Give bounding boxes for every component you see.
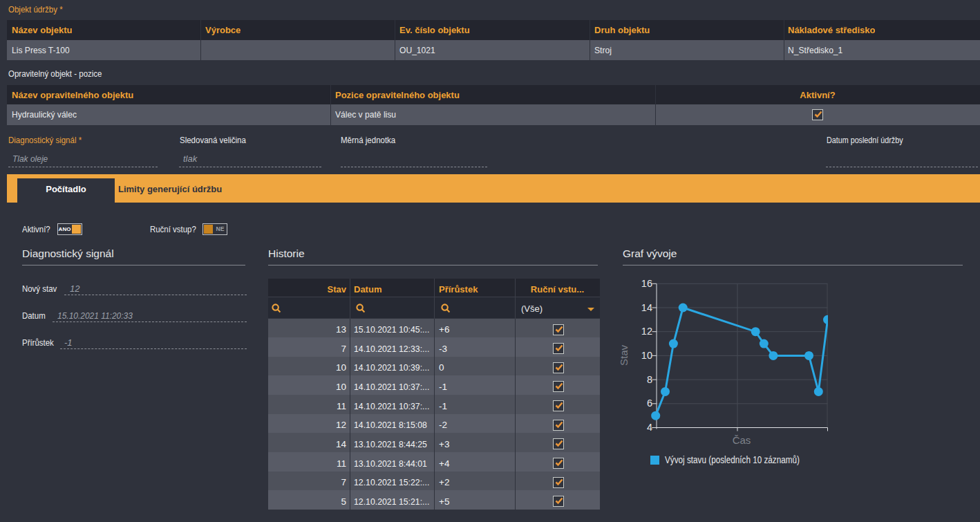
svg-text:Vývoj stavu (posledních 10 záz: Vývoj stavu (posledních 10 záznamů) (665, 454, 800, 465)
svg-text:12: 12 (641, 326, 652, 337)
svg-text:10: 10 (641, 350, 652, 361)
svg-text:6: 6 (647, 398, 652, 409)
svg-text:Čas: Čas (733, 434, 751, 446)
svg-text:8: 8 (647, 374, 652, 385)
svg-text:14: 14 (641, 302, 652, 313)
svg-text:16: 16 (641, 278, 652, 289)
svg-text:Stav: Stav (618, 344, 630, 366)
svg-text:4: 4 (647, 422, 652, 433)
